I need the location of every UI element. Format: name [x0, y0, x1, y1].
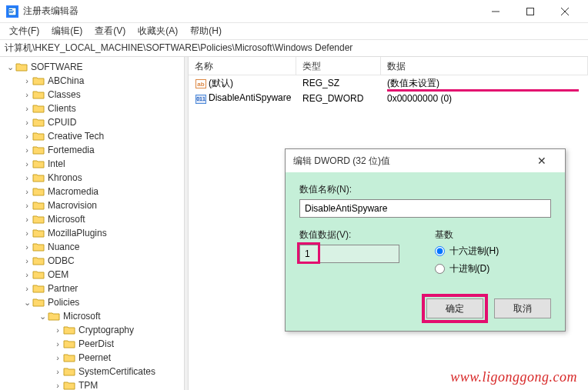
expand-icon[interactable]: ›	[22, 201, 32, 210]
tree-item[interactable]: ›TPM	[0, 378, 184, 390]
folder-icon	[63, 325, 75, 335]
radio-hex-label: 十六进制(H)	[449, 245, 499, 258]
collapse-icon[interactable]: ⌄	[5, 62, 15, 72]
tree-item[interactable]: ›MozillaPlugins	[0, 226, 184, 240]
tree-item[interactable]: ⌄SOFTWARE	[0, 60, 184, 74]
tree-item[interactable]: ›Macromedia	[0, 185, 184, 198]
expand-icon[interactable]: ›	[22, 132, 32, 141]
folder-icon	[32, 158, 45, 169]
edit-dword-dialog: 编辑 DWORD (32 位)值 ✕ 数值名称(N): 数值数据(V): 基数 …	[285, 148, 566, 332]
tree-item[interactable]: ›SystemCertificates	[0, 365, 184, 378]
folder-icon	[32, 200, 45, 211]
value-name-input[interactable]	[299, 199, 551, 218]
expand-icon[interactable]: ›	[22, 173, 32, 182]
radio-dec[interactable]	[435, 264, 445, 274]
expand-icon[interactable]: ›	[22, 270, 32, 279]
col-name[interactable]: 名称	[189, 57, 296, 75]
svg-rect-2	[9, 11, 14, 12]
expand-icon[interactable]: ›	[52, 339, 63, 348]
collapse-icon[interactable]: ⌄	[37, 312, 48, 322]
titlebar: 注册表编辑器	[0, 0, 588, 23]
tree-item[interactable]: ›Microsoft	[0, 212, 184, 226]
expand-icon[interactable]: ›	[22, 187, 32, 196]
folder-icon	[15, 62, 28, 72]
highlight-underline	[387, 89, 579, 92]
regedit-icon	[6, 5, 18, 18]
tree-panel[interactable]: ⌄SOFTWARE›ABChina›Classes›Clients›CPUID›…	[0, 57, 185, 390]
expand-icon[interactable]: ›	[22, 104, 32, 113]
expand-icon[interactable]: ›	[52, 367, 63, 376]
folder-icon	[32, 186, 45, 197]
collapse-icon[interactable]: ⌄	[22, 298, 32, 308]
expand-icon[interactable]: ›	[52, 353, 63, 362]
tree-item[interactable]: ›Intel	[0, 157, 184, 171]
tree-item[interactable]: ›Clients	[0, 102, 184, 115]
folder-icon	[32, 131, 45, 142]
expand-icon[interactable]: ›	[22, 215, 32, 224]
svg-rect-5	[526, 8, 533, 15]
folder-icon	[32, 103, 45, 114]
svg-rect-1	[9, 9, 12, 10]
tree-item[interactable]: ›ODBC	[0, 254, 184, 268]
expand-icon[interactable]: ›	[22, 90, 32, 99]
minimize-button[interactable]	[478, 0, 513, 23]
list-header: 名称 类型 数据	[189, 57, 588, 75]
string-icon: ab	[195, 79, 206, 88]
dialog-close-button[interactable]: ✕	[526, 155, 557, 167]
tree-item[interactable]: ›OEM	[0, 268, 184, 282]
tree-item[interactable]: ›Creative Tech	[0, 129, 184, 143]
expand-icon[interactable]: ›	[22, 242, 32, 252]
tree-item[interactable]: ›Macrovision	[0, 198, 184, 212]
menu-view[interactable]: 查看(V)	[90, 23, 130, 39]
dword-icon: 011	[195, 95, 206, 104]
expand-icon[interactable]: ›	[52, 381, 63, 390]
expand-icon[interactable]: ›	[22, 228, 32, 238]
folder-icon	[32, 117, 45, 128]
close-button[interactable]	[547, 0, 582, 23]
ok-button[interactable]: 确定	[426, 298, 483, 318]
col-type[interactable]: 类型	[296, 57, 381, 75]
folder-icon	[32, 145, 45, 155]
tree-item[interactable]: ›Fortemedia	[0, 143, 184, 157]
tree-item[interactable]: ›CPUID	[0, 115, 184, 129]
tree-item[interactable]: ›Peernet	[0, 351, 184, 365]
tree-item[interactable]: ›Classes	[0, 88, 184, 102]
base-label: 基数	[435, 228, 552, 242]
tree-item[interactable]: ›ABChina	[0, 74, 184, 88]
tree-item[interactable]: ⌄Policies	[0, 295, 184, 309]
tree-item[interactable]: ›Khronos	[0, 171, 184, 185]
tree-item[interactable]: ›Cryptography	[0, 323, 184, 337]
expand-icon[interactable]: ›	[22, 284, 32, 293]
menu-edit[interactable]: 编辑(E)	[47, 23, 87, 39]
folder-icon	[63, 338, 75, 349]
value-data-label: 数值数据(V):	[299, 228, 416, 242]
menu-fav[interactable]: 收藏夹(A)	[133, 23, 182, 39]
menubar: 文件(F) 编辑(E) 查看(V) 收藏夹(A) 帮助(H)	[0, 23, 588, 40]
expand-icon[interactable]: ›	[22, 145, 32, 155]
folder-icon	[48, 311, 60, 322]
folder-icon	[63, 352, 75, 363]
menu-file[interactable]: 文件(F)	[5, 23, 44, 39]
maximize-button[interactable]	[513, 0, 547, 23]
tree-item[interactable]: ›Partner	[0, 282, 184, 295]
row-data: (数值未设置)	[381, 77, 588, 90]
expand-icon[interactable]: ›	[22, 256, 32, 265]
tree-item[interactable]: ›Nuance	[0, 240, 184, 254]
address-bar[interactable]: 计算机\HKEY_LOCAL_MACHINE\SOFTWARE\Policies…	[0, 40, 588, 57]
value-data-input[interactable]	[299, 245, 399, 263]
expand-icon[interactable]: ›	[22, 159, 32, 168]
radio-hex[interactable]	[435, 246, 445, 256]
tree-item[interactable]: ›PeerDist	[0, 337, 184, 351]
expand-icon[interactable]: ›	[22, 76, 32, 85]
cancel-button[interactable]: 取消	[494, 298, 551, 318]
folder-icon	[32, 269, 45, 280]
dialog-titlebar[interactable]: 编辑 DWORD (32 位)值 ✕	[286, 149, 565, 172]
list-row[interactable]: 011DisableAntiSpywareREG_DWORD0x00000000…	[189, 91, 588, 106]
expand-icon[interactable]: ›	[52, 325, 63, 335]
expand-icon[interactable]: ›	[22, 118, 32, 127]
row-type: REG_SZ	[296, 78, 381, 88]
menu-help[interactable]: 帮助(H)	[185, 23, 226, 39]
col-data[interactable]: 数据	[381, 57, 588, 75]
tree-item[interactable]: ⌄Microsoft	[0, 309, 184, 323]
list-row[interactable]: ab(默认)REG_SZ(数值未设置)	[189, 75, 588, 91]
